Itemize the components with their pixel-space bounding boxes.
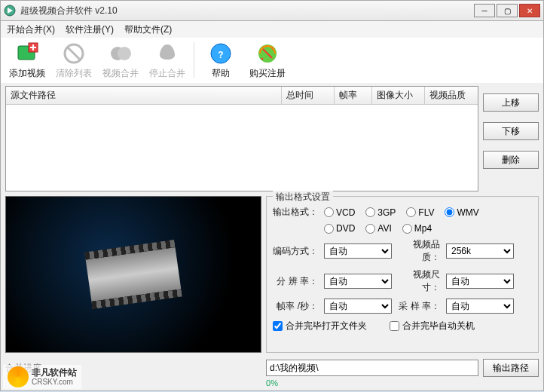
fps-select[interactable]: 自动 (324, 299, 392, 314)
merge-icon (108, 41, 133, 66)
minimize-button[interactable]: ─ (474, 4, 495, 17)
help-button[interactable]: ? 帮助 (199, 39, 243, 81)
maximize-button[interactable]: ▢ (497, 4, 518, 17)
format-dvd-radio[interactable]: DVD (324, 223, 355, 234)
sample-select[interactable]: 自动 (446, 299, 514, 314)
progress-label: 合并进度 (5, 362, 261, 375)
menu-start[interactable]: 开始合并(X) (7, 23, 55, 36)
app-icon (4, 5, 16, 17)
close-button[interactable]: ✕ (519, 4, 540, 17)
settings-legend: 输出格式设置 (273, 191, 333, 204)
format-mp4-radio[interactable]: Mp4 (402, 223, 432, 234)
output-path-input[interactable] (266, 360, 478, 376)
col-path[interactable]: 源文件路径 (6, 87, 282, 104)
format-vcd-radio[interactable]: VCD (324, 207, 355, 218)
svg-line-4 (68, 47, 80, 60)
film-icon (84, 240, 182, 309)
buy-icon (255, 41, 280, 66)
svg-point-6 (118, 47, 131, 60)
quality-label: 视频品质： (398, 238, 440, 264)
format-3gp-radio[interactable]: 3GP (365, 207, 396, 218)
col-quality[interactable]: 视频品质 (425, 87, 478, 104)
add-video-button[interactable]: 添加视频 (5, 39, 49, 81)
videosize-select[interactable]: 自动 (446, 274, 514, 289)
resolution-select[interactable]: 自动 (324, 274, 392, 289)
buy-register-button[interactable]: 购买注册 (246, 39, 289, 81)
encoding-label: 编码方式： (273, 245, 318, 258)
output-settings-group: 输出格式设置 输出格式： VCD 3GP FLV WMV DVD AVI Mp4 (266, 196, 539, 353)
videosize-label: 视频尺寸： (398, 268, 440, 294)
format-avi-radio[interactable]: AVI (365, 223, 391, 234)
quality-select[interactable]: 256k (446, 243, 514, 259)
stop-icon (155, 41, 179, 66)
preview-pane (5, 196, 261, 353)
col-fps[interactable]: 帧率 (335, 87, 372, 104)
file-list-table[interactable]: 源文件路径 总时间 帧率 图像大小 视频品质 (5, 86, 478, 191)
open-folder-checkbox[interactable]: 合并完毕打开文件夹 (273, 320, 367, 332)
help-icon: ? (209, 41, 233, 66)
merge-video-button[interactable]: 视频合并 (99, 39, 142, 81)
col-duration[interactable]: 总时间 (282, 87, 335, 104)
window-title: 超级视频合并软件 v2.10 (20, 5, 474, 17)
svg-text:?: ? (218, 50, 223, 60)
encoding-select[interactable]: 自动 (324, 243, 392, 259)
menu-register[interactable]: 软件注册(Y) (66, 23, 114, 36)
format-label: 输出格式： (273, 206, 318, 219)
clear-list-button[interactable]: 清除列表 (52, 39, 96, 81)
delete-button[interactable]: 删除 (483, 151, 539, 169)
resolution-label: 分 辨 率： (273, 275, 318, 288)
fps-label: 帧率 /秒： (273, 300, 318, 313)
move-down-button[interactable]: 下移 (483, 122, 539, 140)
output-path-button[interactable]: 输出路径 (483, 359, 539, 377)
sample-label: 采 样 率： (398, 300, 440, 313)
add-video-icon (15, 41, 39, 66)
format-wmv-radio[interactable]: WMV (445, 207, 478, 218)
stop-merge-button[interactable]: 停止合并 (145, 39, 189, 81)
clear-list-icon (62, 41, 86, 66)
auto-shutdown-checkbox[interactable]: 合并完毕自动关机 (390, 320, 475, 332)
move-up-button[interactable]: 上移 (483, 93, 539, 112)
menu-help[interactable]: 帮助文件(Z) (124, 23, 172, 36)
format-flv-radio[interactable]: FLV (406, 207, 434, 218)
progress-percent: 0% (5, 378, 539, 387)
col-size[interactable]: 图像大小 (372, 87, 425, 104)
